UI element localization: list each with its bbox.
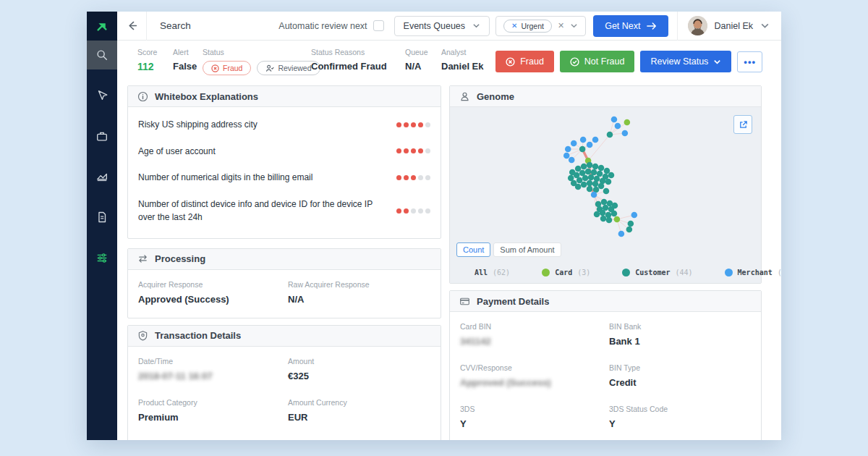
briefcase-icon xyxy=(95,130,109,143)
field: BIN Type Credit xyxy=(609,358,751,388)
rating-dots xyxy=(396,175,430,180)
field: Transaction ID 33269303 xyxy=(138,434,281,440)
sidebar-item-settings[interactable] xyxy=(87,243,117,272)
check-circle-icon xyxy=(570,57,579,67)
alert-value: False xyxy=(173,61,197,72)
field: BIN Bank Bank 1 xyxy=(609,316,751,347)
legend-item-customer[interactable]: Customer (44) xyxy=(622,269,692,276)
get-next-button[interactable]: Get Next xyxy=(593,15,668,37)
field: 3DS Status Code Y xyxy=(609,399,751,429)
person-icon xyxy=(459,91,470,102)
status-field: Status Fraud Reviewed xyxy=(203,48,320,75)
panel-title: Transaction Details xyxy=(155,330,241,341)
sliders-icon xyxy=(95,251,109,264)
chart-icon xyxy=(95,170,109,183)
count-toggle[interactable]: Count xyxy=(456,242,490,257)
user-menu[interactable]: Daniel Ek xyxy=(677,12,782,41)
panel-title: Payment Details xyxy=(477,296,549,307)
external-link-icon xyxy=(739,120,748,130)
field: Card BIN 341142 xyxy=(460,316,602,347)
processing-panel: Processing Acquirer Response Approved (S… xyxy=(127,248,441,318)
person-check-icon xyxy=(265,64,274,72)
genome-panel: Genome Count Sum of Amount xyxy=(449,85,762,284)
user-name: Daniel Ek xyxy=(715,21,754,31)
logo-arrow-icon xyxy=(95,20,109,33)
search-icon xyxy=(95,48,109,62)
field: PSP 5703221896 xyxy=(288,434,430,440)
document-icon xyxy=(95,211,109,224)
genome-graph-area: Count Sum of Amount All (62) Card (3) xyxy=(450,107,761,283)
score-field: Score 112 xyxy=(137,48,157,72)
auto-review-checkbox[interactable] xyxy=(373,20,384,31)
rating-dots xyxy=(396,148,430,153)
transfer-arrows-icon xyxy=(137,253,148,264)
avatar xyxy=(688,16,707,35)
expand-genome-button[interactable] xyxy=(733,115,752,134)
legend-item-card[interactable]: Card (3) xyxy=(542,269,590,276)
chevron-down-icon xyxy=(472,22,480,30)
field: 3DS Y xyxy=(460,399,602,429)
queue-value: N/A xyxy=(405,61,428,72)
search-tab-label[interactable]: Search xyxy=(146,12,204,41)
status-reasons-value: Confirmed Fraud xyxy=(311,61,387,72)
whitebox-panel: Whitebox Explanations Risky US shipping … xyxy=(127,85,441,239)
app-logo[interactable] xyxy=(87,12,117,41)
chevron-down-icon[interactable] xyxy=(570,22,578,30)
legend-dot xyxy=(542,269,550,276)
legend-dot xyxy=(725,269,733,276)
case-actions: Fraud Not Fraud Review Status ••• xyxy=(495,51,762,72)
queues-dropdown[interactable]: Events Queues xyxy=(394,16,490,36)
whitebox-item: Age of user account xyxy=(138,138,430,165)
arrow-right-icon xyxy=(647,22,657,30)
clear-filter-icon[interactable]: ✕ xyxy=(558,21,564,30)
app-window: Search Automatic review next Events Queu… xyxy=(87,12,781,440)
field: Raw Acquirer Response N/A xyxy=(288,274,430,305)
whitebox-item: Number of numerical digits in the billin… xyxy=(138,164,430,191)
legend-item-all[interactable]: All (62) xyxy=(475,269,510,276)
field: Amount €325 xyxy=(288,351,430,381)
back-button[interactable] xyxy=(117,12,146,41)
panel-title: Processing xyxy=(155,253,205,264)
review-status-button[interactable]: Review Status xyxy=(640,51,731,72)
field: Acquirer Response Approved (Success) xyxy=(138,274,281,305)
panel-title: Genome xyxy=(477,91,514,102)
chip-remove-icon[interactable]: ✕ xyxy=(511,22,517,30)
sidebar-item-search[interactable] xyxy=(87,41,117,69)
mark-fraud-button[interactable]: Fraud xyxy=(495,51,554,72)
page: Search Automatic review next Events Queu… xyxy=(0,0,868,456)
field: Product Category Premium xyxy=(138,392,281,423)
whitebox-item: Risky US shipping address city xyxy=(138,111,430,138)
legend-dot xyxy=(622,269,630,276)
urgent-filter-chip[interactable]: ✕ Urgent xyxy=(503,20,552,33)
x-circle-icon xyxy=(211,64,219,72)
queues-dropdown-value: Events Queues xyxy=(404,21,465,31)
fraud-status-badge: Fraud xyxy=(203,61,251,75)
status-reasons-field: Status Reasons Confirmed Fraud xyxy=(311,48,387,72)
queue-filter-select[interactable]: ✕ Urgent ✕ xyxy=(495,16,586,36)
back-arrow-icon xyxy=(126,20,138,32)
payment-details-panel: Payment Details Card BIN 341142 BIN Bank… xyxy=(449,290,762,440)
get-next-label: Get Next xyxy=(605,21,640,31)
sidebar-item-review[interactable] xyxy=(87,81,117,110)
mark-not-fraud-button[interactable]: Not Fraud xyxy=(560,51,635,72)
shield-icon xyxy=(137,330,148,341)
panel-title: Whitebox Explanations xyxy=(155,91,258,102)
chevron-down-icon xyxy=(713,58,721,66)
x-circle-icon xyxy=(506,57,515,67)
sidebar xyxy=(87,12,117,440)
chip-label: Urgent xyxy=(521,22,544,30)
analyst-value: Daniel Ek xyxy=(441,61,484,72)
field: Amount Currency EUR xyxy=(288,392,430,423)
rating-dots xyxy=(396,122,430,127)
sum-of-amount-toggle[interactable]: Sum of Amount xyxy=(493,242,561,257)
alert-field: Alert False xyxy=(173,48,197,72)
rating-dots xyxy=(396,208,430,214)
transaction-details-panel: Transaction Details Date/Time 2018-07-11… xyxy=(127,325,441,440)
sidebar-item-cases[interactable] xyxy=(87,122,117,151)
sidebar-item-analytics[interactable] xyxy=(87,162,117,191)
score-value: 112 xyxy=(137,61,157,72)
sidebar-item-reports[interactable] xyxy=(87,203,117,232)
legend-item-merchant[interactable]: Merchant (15) xyxy=(725,269,781,276)
right-column: Genome Count Sum of Amount xyxy=(449,85,762,440)
more-actions-button[interactable]: ••• xyxy=(737,51,762,72)
